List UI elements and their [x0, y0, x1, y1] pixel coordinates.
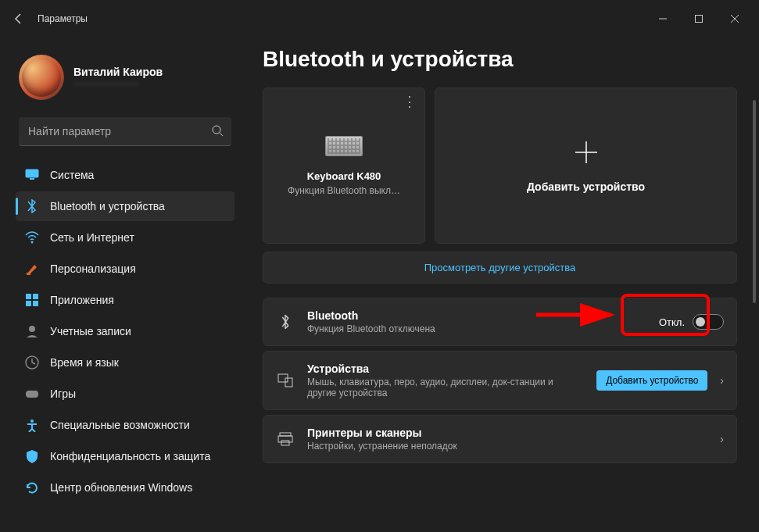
- nav-list: СистемаBluetooth и устройстваСеть и Инте…: [16, 160, 235, 502]
- brush-icon: [25, 262, 39, 276]
- chevron-right-icon: ›: [720, 374, 724, 387]
- svg-point-2: [213, 126, 220, 134]
- window-title: Параметры: [38, 13, 88, 24]
- svg-point-15: [30, 420, 34, 423]
- scrollbar[interactable]: [753, 100, 756, 303]
- device-sub: Функция Bluetooth выкл…: [288, 185, 400, 196]
- svg-rect-5: [30, 178, 34, 180]
- search-input[interactable]: [19, 117, 231, 146]
- printers-title: Принтеры и сканеры: [307, 427, 707, 439]
- sidebar-item-label: Специальные возможности: [50, 419, 190, 431]
- plus-icon: [572, 138, 600, 166]
- sidebar-item-label: Сеть и Интернет: [50, 231, 134, 244]
- page-title: Bluetooth и устройства: [263, 47, 737, 72]
- sidebar-item-network[interactable]: Сеть и Интернет: [16, 223, 235, 252]
- svg-rect-7: [27, 273, 30, 275]
- back-button[interactable]: [6, 6, 31, 31]
- update-icon: [25, 480, 39, 495]
- add-device-button[interactable]: Добавить устройство: [596, 370, 707, 391]
- sidebar-item-label: Время и язык: [50, 356, 119, 369]
- svg-rect-1: [696, 16, 703, 23]
- search-icon: [211, 124, 224, 140]
- close-button[interactable]: [717, 3, 753, 34]
- keyboard-icon: [325, 136, 363, 156]
- sidebar-item-label: Система: [50, 169, 94, 181]
- sidebar-item-personalize[interactable]: Персонализация: [16, 254, 235, 284]
- profile-name: Виталий Каиров: [73, 66, 163, 78]
- sidebar-item-label: Учетные записи: [50, 325, 131, 337]
- svg-rect-4: [26, 170, 38, 177]
- profile-block[interactable]: Виталий Каиров ———————: [16, 47, 235, 114]
- sidebar-item-label: Центр обновления Windows: [50, 481, 192, 494]
- device-card[interactable]: ⋮ Keyboard K480 Функция Bluetooth выкл…: [263, 87, 425, 244]
- minimize-button[interactable]: [645, 3, 681, 34]
- svg-rect-21: [278, 436, 292, 442]
- search-wrap: [19, 117, 231, 146]
- view-more-devices-link[interactable]: Просмотреть другие устройства: [263, 252, 737, 284]
- bluetooth-icon: [276, 313, 295, 330]
- sidebar-item-accounts[interactable]: Учетные записи: [16, 316, 235, 346]
- device-card-more-icon[interactable]: ⋮: [403, 93, 418, 110]
- sidebar-item-time[interactable]: Время и язык: [16, 348, 235, 377]
- device-name: Keyboard K480: [307, 170, 381, 182]
- bluetooth-toggle-label: Откл.: [659, 316, 685, 328]
- gamepad-icon: [25, 387, 39, 401]
- printer-icon: [276, 432, 295, 446]
- svg-point-6: [31, 241, 34, 244]
- devices-row[interactable]: Устройства Мышь, клавиатура, перо, аудио…: [263, 351, 737, 410]
- person-icon: [25, 324, 39, 338]
- bluetooth-icon: [25, 199, 39, 213]
- svg-rect-22: [281, 441, 289, 445]
- add-device-card[interactable]: Добавить устройство: [435, 87, 737, 244]
- access-icon: [25, 418, 39, 432]
- svg-rect-20: [280, 433, 291, 436]
- sidebar-item-system[interactable]: Система: [16, 160, 235, 190]
- bluetooth-row: Bluetooth Функция Bluetooth отключена От…: [263, 298, 737, 346]
- svg-rect-10: [26, 301, 31, 306]
- sidebar-item-label: Игры: [50, 387, 76, 400]
- sidebar-item-apps[interactable]: Приложения: [16, 285, 235, 315]
- sidebar-item-games[interactable]: Игры: [16, 379, 235, 409]
- svg-point-12: [29, 326, 35, 332]
- clock-icon: [25, 355, 39, 370]
- sidebar-item-label: Bluetooth и устройства: [50, 200, 165, 212]
- printers-row[interactable]: Принтеры и сканеры Настройки, устранение…: [263, 415, 737, 463]
- sidebar-item-update[interactable]: Центр обновления Windows: [16, 473, 235, 502]
- sidebar-item-bluetooth[interactable]: Bluetooth и устройства: [16, 191, 235, 221]
- sidebar-item-privacy[interactable]: Конфиденциальность и защита: [16, 441, 235, 471]
- sidebar-item-label: Приложения: [50, 294, 114, 306]
- svg-rect-11: [33, 301, 38, 306]
- sidebar-item-access[interactable]: Специальные возможности: [16, 410, 235, 440]
- bluetooth-toggle[interactable]: [693, 314, 724, 330]
- wifi-icon: [25, 230, 39, 245]
- sidebar: Виталий Каиров ——————— СистемаBluetooth …: [0, 37, 241, 532]
- bluetooth-sub: Функция Bluetooth отключена: [307, 323, 646, 334]
- main-content: Bluetooth и устройства ⋮ Keyboard K480 Ф…: [241, 37, 759, 532]
- svg-line-3: [220, 133, 223, 136]
- devices-sub: Мышь, клавиатура, перо, аудио, дисплеи, …: [307, 377, 584, 398]
- bluetooth-title: Bluetooth: [307, 309, 646, 322]
- printers-sub: Настройки, устранение неполадок: [307, 441, 707, 452]
- add-device-label: Добавить устройство: [527, 180, 645, 193]
- shield-icon: [25, 449, 39, 463]
- sidebar-item-label: Конфиденциальность и защита: [50, 450, 210, 462]
- apps-icon: [25, 293, 39, 307]
- maximize-button[interactable]: [681, 3, 717, 34]
- sidebar-item-label: Персонализация: [50, 262, 136, 275]
- svg-rect-8: [26, 294, 31, 299]
- devices-icon: [276, 373, 295, 387]
- avatar: [19, 55, 64, 100]
- profile-email: ———————: [73, 78, 163, 89]
- monitor-icon: [25, 168, 39, 182]
- svg-rect-9: [33, 294, 38, 299]
- svg-rect-14: [26, 391, 38, 398]
- chevron-right-icon: ›: [720, 433, 724, 445]
- devices-title: Устройства: [307, 362, 584, 375]
